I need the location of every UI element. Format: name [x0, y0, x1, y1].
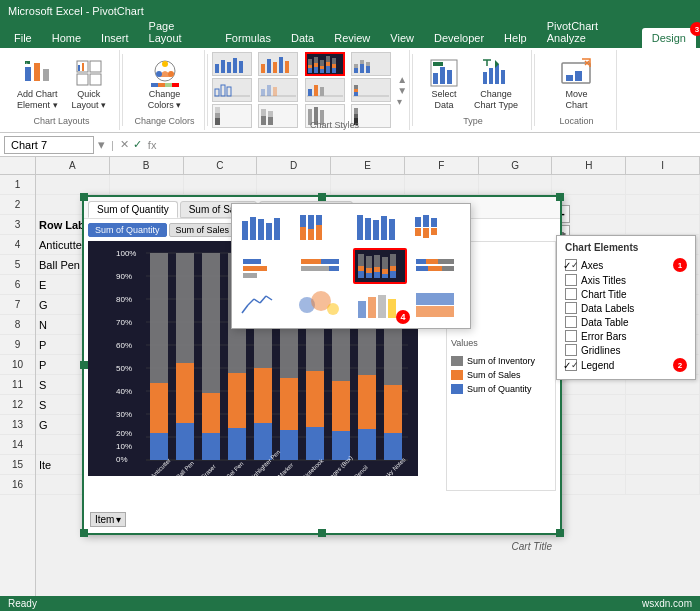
cell-h14[interactable]: [552, 435, 626, 454]
col-header-a[interactable]: A: [36, 157, 110, 174]
legend-checkbox[interactable]: ✓: [565, 359, 577, 371]
chart-style-4[interactable]: [351, 52, 391, 76]
chart-styles-down[interactable]: ▼: [397, 85, 407, 96]
item-dropdown[interactable]: Item ▾: [90, 512, 126, 527]
cell-i3[interactable]: [626, 215, 700, 234]
row-num-5[interactable]: 5: [0, 255, 35, 275]
chart-tab-quantity[interactable]: Sum of Quantity: [88, 201, 178, 218]
cell-c1[interactable]: [184, 175, 258, 194]
select-data-button[interactable]: SelectData: [423, 54, 465, 114]
row-num-14[interactable]: 14: [0, 435, 35, 455]
tab-review[interactable]: Review: [324, 28, 380, 48]
formula-expand-icon[interactable]: ▾: [98, 137, 105, 152]
chart-type-12[interactable]: [411, 288, 465, 322]
tab-view[interactable]: View: [380, 28, 424, 48]
row-num-11[interactable]: 11: [0, 375, 35, 395]
col-header-e[interactable]: E: [331, 157, 405, 174]
cell-f1[interactable]: [405, 175, 479, 194]
chart-style-1[interactable]: [212, 52, 252, 76]
row-num-16[interactable]: 16: [0, 475, 35, 495]
chart-handle-br[interactable]: [556, 529, 564, 537]
row-num-12[interactable]: 12: [0, 395, 35, 415]
cell-g1[interactable]: [479, 175, 553, 194]
col-header-c[interactable]: C: [184, 157, 258, 174]
tab-pivot-analyze[interactable]: PivotChart Analyze: [537, 16, 642, 48]
chart-style-selected[interactable]: [305, 52, 345, 76]
row-num-10[interactable]: 10: [0, 355, 35, 375]
function-icon[interactable]: fx: [148, 139, 157, 151]
chart-styles-up[interactable]: ▲: [397, 74, 407, 85]
cell-h16[interactable]: [552, 475, 626, 494]
axis-titles-checkbox[interactable]: [565, 274, 577, 286]
cell-b1[interactable]: [110, 175, 184, 194]
cell-i1[interactable]: [626, 175, 700, 194]
row-num-13[interactable]: 13: [0, 415, 35, 435]
col-header-g[interactable]: G: [479, 157, 553, 174]
confirm-icon[interactable]: ✓: [133, 138, 142, 151]
change-chart-type-button[interactable]: ChangeChart Type: [469, 54, 523, 114]
col-header-h[interactable]: H: [552, 157, 626, 174]
chart-inner-tab-sales[interactable]: Sum of Sales: [169, 223, 237, 237]
chart-type-7-selected[interactable]: [353, 248, 407, 284]
chart-type-3[interactable]: [353, 210, 407, 244]
tab-insert[interactable]: Insert: [91, 28, 139, 48]
chart-handle-tl[interactable]: [80, 193, 88, 201]
chart-style-8[interactable]: [351, 78, 391, 102]
data-labels-checkbox[interactable]: [565, 302, 577, 314]
tab-help[interactable]: Help: [494, 28, 537, 48]
quick-layout-button[interactable]: QuickLayout ▾: [67, 54, 112, 114]
chart-type-2[interactable]: [296, 210, 350, 244]
cell-i16[interactable]: [626, 475, 700, 494]
tab-formulas[interactable]: Formulas: [215, 28, 281, 48]
tab-design[interactable]: Design 3: [642, 28, 696, 48]
chart-type-6[interactable]: [296, 248, 350, 284]
chart-style-5[interactable]: [212, 78, 252, 102]
col-header-i[interactable]: I: [626, 157, 700, 174]
row-num-6[interactable]: 6: [0, 275, 35, 295]
col-header-d[interactable]: D: [257, 157, 331, 174]
change-colors-button[interactable]: ChangeColors ▾: [143, 54, 187, 114]
row-num-3[interactable]: 3: [0, 215, 35, 235]
cell-a1[interactable]: [36, 175, 110, 194]
chart-handle-bl[interactable]: [80, 529, 88, 537]
cell-i15[interactable]: [626, 455, 700, 474]
chart-style-6[interactable]: [258, 78, 298, 102]
tab-page-layout[interactable]: Page Layout: [139, 16, 216, 48]
chart-type-9[interactable]: [238, 288, 292, 322]
chart-handle-bc[interactable]: [318, 529, 326, 537]
chart-style-10[interactable]: [258, 104, 298, 128]
add-chart-element-button[interactable]: + Add ChartElement ▾: [12, 54, 63, 114]
cell-h13[interactable]: [552, 415, 626, 434]
tab-file[interactable]: File: [4, 28, 42, 48]
row-num-2[interactable]: 2: [0, 195, 35, 215]
cell-i2[interactable]: [626, 195, 700, 214]
cell-h15[interactable]: [552, 455, 626, 474]
cell-e1[interactable]: [331, 175, 405, 194]
chart-type-1[interactable]: [238, 210, 292, 244]
col-header-f[interactable]: F: [405, 157, 479, 174]
data-table-checkbox[interactable]: [565, 316, 577, 328]
axes-checkbox[interactable]: ✓: [565, 259, 577, 271]
cell-i12[interactable]: [626, 395, 700, 414]
chart-style-2[interactable]: [258, 52, 298, 76]
gridlines-checkbox[interactable]: [565, 344, 577, 356]
cell-i14[interactable]: [626, 435, 700, 454]
chart-inner-tab-quantity[interactable]: Sum of Quantity: [88, 223, 167, 237]
name-box[interactable]: [4, 136, 94, 154]
row-num-9[interactable]: 9: [0, 335, 35, 355]
cell-h12[interactable]: [552, 395, 626, 414]
chart-title-checkbox[interactable]: [565, 288, 577, 300]
row-num-7[interactable]: 7: [0, 295, 35, 315]
tab-data[interactable]: Data: [281, 28, 324, 48]
row-num-4[interactable]: 4: [0, 235, 35, 255]
chart-styles-more[interactable]: ▾: [397, 96, 407, 107]
cell-h1[interactable]: [552, 175, 626, 194]
cell-i13[interactable]: [626, 415, 700, 434]
chart-handle-tc[interactable]: [318, 193, 326, 201]
cancel-icon[interactable]: ✕: [120, 138, 129, 151]
chart-type-10[interactable]: [296, 288, 350, 322]
chart-style-9[interactable]: [212, 104, 252, 128]
chart-type-8[interactable]: [411, 248, 465, 284]
row-num-1[interactable]: 1: [0, 175, 35, 195]
chart-type-4[interactable]: [411, 210, 465, 244]
